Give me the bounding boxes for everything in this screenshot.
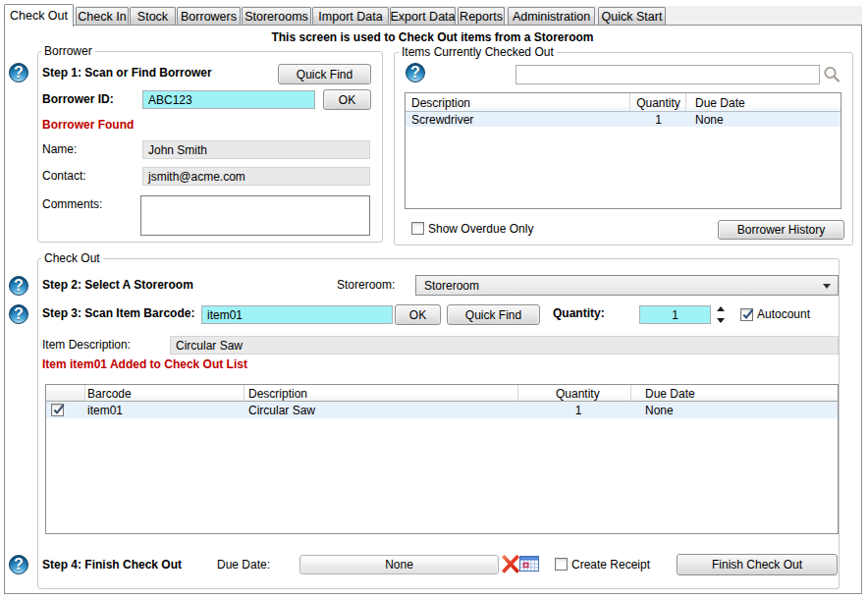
button-label: Borrower History xyxy=(737,223,825,237)
tab-label: Quick Start xyxy=(602,10,663,24)
items-list[interactable]: Description Quantity Due Date Screwdrive… xyxy=(405,92,841,209)
autocount-label: Autocount xyxy=(757,307,810,322)
check-icon xyxy=(52,402,65,416)
page-heading: This screen is used to Check Out items f… xyxy=(4,30,861,45)
button-label: Quick Find xyxy=(297,68,353,82)
contact-label: Contact: xyxy=(42,169,86,184)
borrower-group-label: Borrower xyxy=(41,45,95,58)
header-corner-cell xyxy=(46,385,84,401)
col-description[interactable]: Description xyxy=(248,387,307,401)
cell-description: Screwdriver xyxy=(411,113,473,127)
tab-borrowers[interactable]: Borrowers xyxy=(177,7,241,25)
help-step4-icon[interactable]: ? xyxy=(9,555,28,574)
tab-check-in[interactable]: Check In xyxy=(76,7,129,25)
borrower-history-button[interactable]: Borrower History xyxy=(718,220,844,240)
create-receipt-checkbox[interactable] xyxy=(555,558,568,571)
comments-input[interactable] xyxy=(140,195,370,236)
quantity-input[interactable]: 1 xyxy=(639,305,711,324)
borrower-status-text: Borrower Found xyxy=(42,118,134,133)
tab-label: Borrowers xyxy=(181,10,237,24)
checkout-status-text: Item item01 Added to Check Out List xyxy=(42,357,247,372)
item-barcode-input[interactable]: item01 xyxy=(201,305,393,324)
items-list-row[interactable]: Screwdriver 1 None xyxy=(406,112,841,127)
barcode-value: item01 xyxy=(207,308,243,322)
tab-check-out[interactable]: Check Out xyxy=(4,4,74,27)
tab-export-data[interactable]: Export Data xyxy=(390,7,456,25)
help-step3-icon[interactable]: ? xyxy=(9,304,28,324)
tab-label: Import Data xyxy=(318,10,382,24)
cell-description: Circular Saw xyxy=(248,404,315,417)
storeroom-value: Storeroom xyxy=(424,279,479,293)
tab-label: Check In xyxy=(78,10,126,24)
borrower-id-value: ABC123 xyxy=(148,93,192,107)
tab-label: Administration xyxy=(513,10,590,24)
quantity-stepper[interactable] xyxy=(714,304,728,325)
tab-reports[interactable]: Reports xyxy=(458,7,505,25)
quick-find-borrower-button[interactable]: Quick Find xyxy=(278,64,371,84)
storeroom-dropdown[interactable]: Storeroom xyxy=(415,275,839,296)
borrower-ok-button[interactable]: OK xyxy=(323,89,371,110)
col-description[interactable]: Description xyxy=(411,96,470,110)
spin-down-icon[interactable] xyxy=(714,315,728,325)
cell-due-date: None xyxy=(645,404,674,417)
name-label: Name: xyxy=(42,142,77,157)
due-date-field[interactable]: None xyxy=(299,555,499,574)
col-quantity[interactable]: Quantity xyxy=(630,96,686,110)
autocount-checkbox[interactable] xyxy=(740,308,753,321)
tab-storerooms[interactable]: Storerooms xyxy=(242,7,311,25)
row-select-checkbox[interactable] xyxy=(51,404,64,416)
step3-label: Step 3: Scan Item Barcode: xyxy=(42,306,194,321)
column-separator xyxy=(685,93,686,111)
step4-label: Step 4: Finish Check Out xyxy=(42,558,182,573)
name-input: John Smith xyxy=(142,140,370,159)
help-step1-icon[interactable]: ? xyxy=(9,63,28,82)
clear-due-date-icon[interactable] xyxy=(500,553,521,575)
checkout-grid[interactable]: Barcode Description Quantity Due Date it… xyxy=(45,384,839,534)
contact-input: jsmith@acme.com xyxy=(142,167,370,186)
cell-quantity: 1 xyxy=(630,113,686,127)
items-group-label: Items Currently Checked Out xyxy=(399,46,557,59)
calendar-icon[interactable] xyxy=(519,556,539,572)
items-search-input[interactable] xyxy=(515,65,820,84)
cell-quantity: 1 xyxy=(534,404,623,417)
tab-administration[interactable]: Administration xyxy=(508,7,595,25)
column-separator xyxy=(517,385,518,401)
items-list-header: Description Quantity Due Date xyxy=(406,93,841,112)
checkout-window: Check Out Check In Stock Borrowers Store… xyxy=(0,0,868,600)
barcode-ok-button[interactable]: OK xyxy=(395,304,441,325)
column-separator xyxy=(630,385,631,401)
tab-label: Check Out xyxy=(10,9,68,23)
column-separator xyxy=(244,385,244,401)
show-overdue-checkbox[interactable] xyxy=(411,222,424,235)
button-label: Quick Find xyxy=(465,308,521,322)
checkout-grid-row[interactable]: item01 Circular Saw 1 None xyxy=(46,402,838,418)
create-receipt-label: Create Receipt xyxy=(571,558,650,573)
magnifier-icon[interactable] xyxy=(822,65,841,84)
column-separator xyxy=(84,385,85,401)
quick-find-item-button[interactable]: Quick Find xyxy=(447,304,540,325)
cell-barcode: item01 xyxy=(87,404,123,417)
button-label: OK xyxy=(409,308,426,322)
tab-import-data[interactable]: Import Data xyxy=(312,7,389,25)
item-description-input: Circular Saw xyxy=(170,336,839,355)
column-separator xyxy=(629,93,630,111)
checkout-grid-header: Barcode Description Quantity Due Date xyxy=(46,385,838,402)
item-description-label: Item Description: xyxy=(42,338,131,353)
col-due-date[interactable]: Due Date xyxy=(695,96,745,110)
tab-label: Reports xyxy=(460,10,503,24)
col-due-date[interactable]: Due Date xyxy=(645,387,695,401)
tab-quick-start[interactable]: Quick Start xyxy=(598,7,666,25)
contact-value: jsmith@acme.com xyxy=(148,170,245,184)
check-icon xyxy=(741,306,754,321)
spin-up-icon[interactable] xyxy=(714,304,728,314)
finish-check-out-button[interactable]: Finish Check Out xyxy=(677,554,838,575)
col-quantity[interactable]: Quantity xyxy=(556,387,600,401)
button-label: OK xyxy=(339,93,355,107)
tab-stock[interactable]: Stock xyxy=(130,7,176,25)
borrower-id-input[interactable]: ABC123 xyxy=(142,90,315,109)
item-description-value: Circular Saw xyxy=(176,339,243,353)
help-items-icon[interactable]: ? xyxy=(406,63,425,82)
col-barcode[interactable]: Barcode xyxy=(87,387,132,401)
help-step2-icon[interactable]: ? xyxy=(9,276,28,296)
show-overdue-label: Show Overdue Only xyxy=(428,222,533,237)
